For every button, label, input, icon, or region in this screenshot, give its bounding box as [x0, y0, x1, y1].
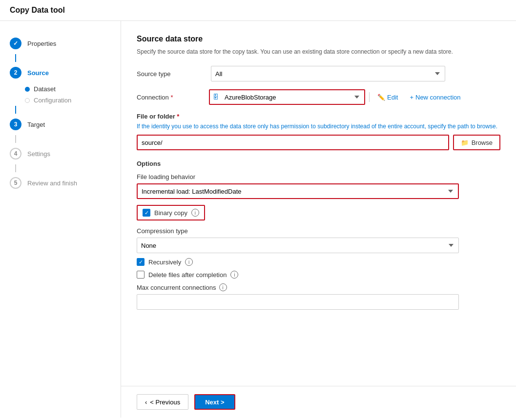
- connection-label: Connection *: [137, 94, 205, 101]
- section-description: Specify the source data store for the co…: [137, 47, 500, 56]
- sidebar-item-review[interactable]: 5 Review and finish: [0, 172, 121, 194]
- sidebar-label-properties: Properties: [27, 40, 56, 47]
- connection-select-wrapper: 🗄 AzureBlobStorage: [209, 89, 365, 105]
- sidebar-label-dataset: Dataset: [34, 85, 56, 93]
- plus-icon: +: [410, 94, 413, 101]
- file-loading-wrapper: Incremental load: LastModifiedDate Load …: [137, 183, 500, 199]
- section-title: Source data store: [137, 35, 500, 43]
- connection-select[interactable]: AzureBlobStorage: [209, 89, 365, 105]
- file-folder-section: File or folder * If the identity you use…: [137, 113, 500, 150]
- storage-icon: 🗄: [213, 94, 219, 100]
- file-loading-label: File loading behavior: [137, 173, 500, 180]
- browse-button[interactable]: 📁 Browse: [453, 135, 500, 150]
- options-section: Options File loading behavior Incrementa…: [137, 160, 500, 310]
- recursively-checkbox[interactable]: [137, 258, 144, 266]
- connector-2: [15, 106, 16, 114]
- step-circle-source: 2: [10, 67, 21, 79]
- sidebar-item-source[interactable]: 2 Source: [0, 62, 121, 83]
- source-type-label: Source type: [137, 70, 205, 78]
- sidebar-label-target: Target: [27, 121, 45, 128]
- sidebar-item-properties[interactable]: ✓ Properties: [0, 33, 121, 54]
- recursively-info-icon[interactable]: i: [185, 258, 193, 266]
- configuration-subitem[interactable]: Configuration: [15, 95, 121, 106]
- max-connections-label: Max concurrent connections i: [137, 283, 500, 291]
- dataset-subitem[interactable]: Dataset: [15, 83, 121, 95]
- delete-files-label: Delete files after completion: [148, 271, 227, 279]
- content-area: Source data store Specify the source dat…: [121, 21, 516, 386]
- file-folder-label: File or folder *: [137, 113, 500, 120]
- new-connection-link[interactable]: + New connection: [406, 92, 464, 103]
- folder-icon: 📁: [461, 139, 469, 146]
- divider: [369, 92, 370, 102]
- delete-files-info-icon[interactable]: i: [230, 271, 238, 279]
- step-circle-settings: 4: [10, 148, 21, 160]
- edit-icon: ✏️: [377, 94, 385, 101]
- connector-3: [15, 135, 16, 143]
- previous-button[interactable]: ‹ < Previous: [137, 394, 188, 410]
- footer: ‹ < Previous Next >: [121, 386, 516, 418]
- file-path-input[interactable]: [137, 135, 449, 150]
- connector-4: [15, 164, 16, 172]
- source-type-row: Source type All Azure Blob Storage: [137, 66, 500, 81]
- connector-1: [15, 54, 16, 62]
- step-circle-properties: ✓: [10, 38, 21, 49]
- file-loading-select[interactable]: Incremental load: LastModifiedDate Load …: [137, 183, 459, 199]
- main-content: Source data store Specify the source dat…: [121, 21, 516, 418]
- options-title: Options: [137, 160, 500, 167]
- compression-label: Compression type: [137, 227, 500, 235]
- compression-select[interactable]: None GZip Deflate: [137, 238, 459, 253]
- source-type-select[interactable]: All Azure Blob Storage: [211, 66, 445, 81]
- max-connections-info-icon[interactable]: i: [219, 283, 227, 291]
- file-input-row: 📁 Browse: [137, 135, 500, 150]
- sidebar-label-settings: Settings: [27, 150, 50, 158]
- app-header: Copy Data tool: [0, 0, 516, 21]
- prev-icon: ‹: [145, 399, 147, 406]
- binary-copy-info-icon[interactable]: i: [191, 209, 199, 217]
- sidebar-label-review: Review and finish: [27, 180, 77, 187]
- source-type-control: All Azure Blob Storage: [211, 66, 445, 81]
- edit-link[interactable]: ✏️ Edit: [373, 92, 402, 103]
- binary-copy-label: Binary copy: [154, 209, 187, 217]
- dataset-dot: [25, 87, 30, 92]
- binary-copy-checkbox[interactable]: [143, 209, 150, 217]
- file-folder-desc: If the identity you use to access the da…: [137, 122, 500, 131]
- step-circle-target: 3: [10, 119, 21, 130]
- step-circle-review: 5: [10, 177, 21, 189]
- app-title: Copy Data tool: [10, 6, 506, 15]
- binary-copy-container: Binary copy i: [137, 205, 205, 220]
- sidebar-item-target[interactable]: 3 Target: [0, 114, 121, 135]
- max-connections-input[interactable]: [137, 294, 459, 310]
- recursively-row: Recursively i: [137, 258, 500, 266]
- sidebar-label-source: Source: [27, 69, 49, 77]
- configuration-dot: [25, 98, 30, 103]
- sidebar: ✓ Properties 2 Source Dataset Configurat…: [0, 21, 121, 418]
- delete-files-row: Delete files after completion i: [137, 271, 500, 279]
- sidebar-item-settings[interactable]: 4 Settings: [0, 143, 121, 164]
- connection-row: Connection * 🗄 AzureBlobStorage ✏️ Edit …: [137, 89, 500, 105]
- next-button[interactable]: Next >: [194, 394, 235, 410]
- recursively-label: Recursively: [148, 259, 181, 266]
- delete-files-checkbox[interactable]: [137, 271, 144, 279]
- sidebar-label-configuration: Configuration: [34, 97, 71, 104]
